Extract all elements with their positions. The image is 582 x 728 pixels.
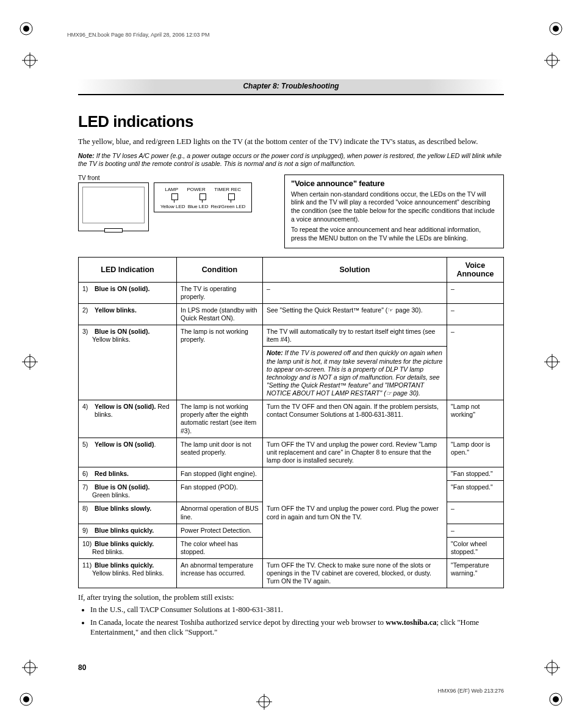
row-led: Yellow is ON (solid): [95, 441, 154, 448]
row-cond: Abnormal operation of BUS line.: [177, 502, 263, 524]
table-row: 5)Yellow is ON (solid). The lamp unit do…: [79, 438, 504, 467]
row-led: Blue is ON (solid).: [95, 285, 149, 293]
led-square-icon: [199, 193, 206, 200]
tv-front-illustration: [78, 182, 149, 231]
bullet-text: In Canada, locate the nearest Toshiba au…: [90, 618, 386, 627]
power-label: POWER: [187, 187, 205, 192]
row-va: –: [447, 524, 504, 537]
row-cond: Fan stopped (POD).: [177, 481, 263, 502]
row-idx: 10): [82, 540, 92, 548]
row-led: Blue is ON (solid).: [95, 483, 149, 491]
row-sol: See "Setting the Quick Restart™ feature"…: [263, 303, 447, 325]
row-cond: Fan stopped (light engine).: [177, 467, 263, 481]
row-sol: Turn OFF the TV. Check to make sure none…: [263, 559, 447, 588]
row-led: Blue blinks slowly.: [95, 505, 151, 513]
row-led: Red blinks.: [95, 470, 129, 478]
row-va: "Lamp not working": [447, 400, 504, 438]
row-va: –: [447, 282, 504, 303]
tv-front-label: TV front: [78, 175, 273, 181]
note-label: Note:: [78, 152, 95, 159]
row-led: Yellow blinks.: [95, 306, 137, 314]
row-cond: The lamp is not working properly.: [177, 325, 263, 400]
row-idx: 9): [82, 527, 92, 535]
led-square-icon: [171, 193, 178, 200]
row-led: Yellow is ON (solid).: [95, 403, 156, 410]
list-item: In Canada, locate the nearest Toshiba au…: [90, 618, 504, 638]
table-row: 11)Blue blinks quickly.Yellow blinks. Re…: [79, 559, 504, 588]
page-content: Chapter 8: Troubleshooting LED indicatio…: [0, 0, 582, 728]
table-row: 6)Red blinks. Fan stopped (light engine)…: [79, 467, 504, 481]
row-cond: In LPS mode (standby with Quick Restart …: [177, 303, 263, 325]
th-va: Voice Announce: [447, 257, 504, 282]
row-led: Blue blinks quickly.: [95, 540, 154, 548]
row-led-rest: .: [154, 441, 156, 448]
row-led: Blue is ON (solid).: [95, 328, 149, 336]
row-led: Blue blinks quickly.: [95, 527, 154, 535]
after-table-list: In the U.S., call TACP Consumer Solution…: [83, 605, 504, 637]
led-square-icon: [228, 193, 235, 200]
voice-announce-p2: To repeat the voice announcement and hea…: [291, 226, 497, 242]
timer-label: TIMER REC: [214, 187, 241, 192]
lamp-label: LAMP: [165, 187, 178, 192]
row-va: –: [447, 303, 504, 325]
row-cond: An abnormal temperature increase has occ…: [177, 559, 263, 588]
row-va: "Color wheel stopped.": [447, 537, 504, 558]
table-row: 1)Blue is ON (solid). The TV is operatin…: [79, 282, 504, 303]
row-idx: 4): [82, 403, 92, 419]
row-va: "Fan stopped.": [447, 481, 504, 502]
blue-led-label: Blue LED: [188, 204, 209, 209]
row-cond: The color wheel has stopped.: [177, 537, 263, 558]
tv-diagram-column: TV front LAMP POWER TIMER REC: [78, 175, 273, 248]
th-cond: Condition: [177, 257, 263, 282]
row-va: –: [447, 325, 504, 400]
chapter-heading: Chapter 8: Troubleshooting: [78, 79, 504, 95]
row-idx: 7): [82, 483, 92, 491]
row-va: "Temperature warning.": [447, 559, 504, 588]
intro-paragraph: The yellow, blue, and red/green LED ligh…: [78, 137, 504, 147]
toshiba-url: www.toshiba.ca: [386, 618, 436, 627]
row-sol: The TV will automatically try to restart…: [263, 325, 447, 347]
row-va: –: [447, 502, 504, 524]
row-led-rest: Green blinks.: [82, 491, 173, 499]
th-led: LED Indication: [79, 257, 177, 282]
row-cond: The lamp unit door is not seated properl…: [177, 438, 263, 467]
table-row: 4)Yellow is ON (solid). Red blinks. The …: [79, 400, 504, 438]
row-cond: The lamp is not working properly after t…: [177, 400, 263, 438]
voice-announce-box: "Voice announce" feature When certain no…: [284, 175, 504, 248]
row-idx: 3): [82, 328, 92, 336]
footer-code: HMX96 (E/F) Web 213:276: [438, 688, 504, 694]
row-led-rest: Yellow blinks.: [82, 336, 173, 344]
row-idx: 5): [82, 441, 92, 449]
page-title: LED indications: [78, 112, 504, 131]
row-led-rest: Red blinks.: [82, 548, 173, 556]
top-note-text: If the TV loses A/C power (e.g., a power…: [78, 152, 501, 168]
list-item: In the U.S., call TACP Consumer Solution…: [90, 605, 504, 614]
table-row: 3)Blue is ON (solid). Yellow blinks. The…: [79, 325, 504, 347]
row-va: "Lamp door is open.": [447, 438, 504, 467]
page-number: 80: [78, 663, 86, 672]
top-note: Note: If the TV loses A/C power (e.g., a…: [78, 152, 504, 168]
row-idx: 6): [82, 470, 92, 478]
row-va: "Fan stopped.": [447, 467, 504, 481]
note-label: Note:: [267, 349, 283, 356]
redgreen-led-label: Red/Green LED: [210, 204, 245, 209]
led-indication-table: LED Indication Condition Solution Voice …: [78, 257, 504, 589]
row-idx: 11): [82, 561, 92, 569]
row-idx: 1): [82, 285, 92, 293]
row-idx: 8): [82, 505, 92, 513]
row-sol: Turn OFF the TV and unplug the power cor…: [263, 438, 447, 467]
led-callout-box: LAMP POWER TIMER REC Yellow LED Blue LED…: [154, 182, 252, 212]
row-cond: Power Protect Detection.: [177, 524, 263, 537]
row-sol-note: If the TV is powered off and then quickl…: [267, 349, 442, 397]
row-led-rest: Yellow blinks. Red blinks.: [82, 569, 173, 577]
row-sol: Turn the TV OFF and then ON again. If th…: [263, 400, 447, 438]
voice-announce-p1: When certain non-standard conditions occ…: [291, 190, 497, 224]
row-led: Blue blinks quickly.: [95, 561, 154, 569]
after-table-text: If, after trying the solution, the probl…: [78, 593, 504, 602]
row-sol: –: [263, 282, 447, 303]
table-row: 2)Yellow blinks. In LPS mode (standby wi…: [79, 303, 504, 325]
row-sol-shared: Turn OFF the TV and unplug the power cor…: [263, 467, 447, 559]
row-cond: The TV is operating properly.: [177, 282, 263, 303]
voice-announce-title: "Voice announce" feature: [291, 179, 497, 189]
th-sol: Solution: [263, 257, 447, 282]
